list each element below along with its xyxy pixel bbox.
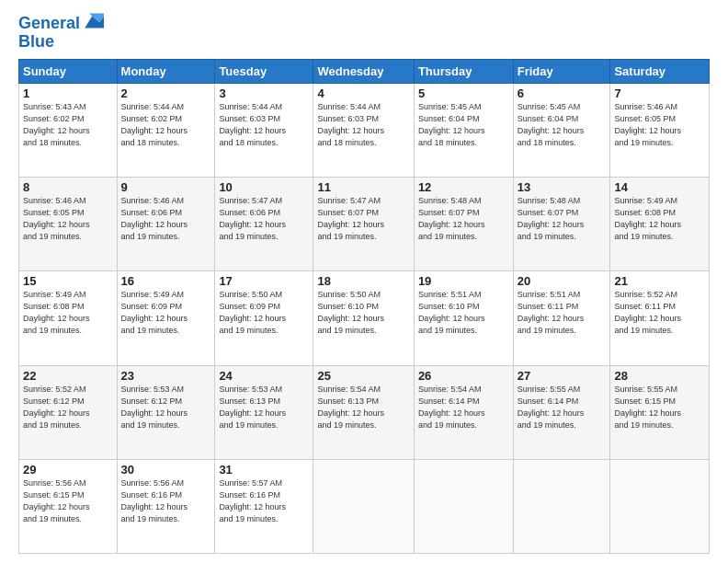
- calendar-header-row: SundayMondayTuesdayWednesdayThursdayFrid…: [19, 59, 710, 83]
- day-number: 6: [518, 86, 607, 100]
- calendar-cell: 6Sunrise: 5:45 AMSunset: 6:04 PMDaylight…: [513, 83, 610, 177]
- day-info: Sunrise: 5:52 AMSunset: 6:12 PMDaylight:…: [23, 385, 90, 430]
- calendar-cell: 2Sunrise: 5:44 AMSunset: 6:02 PMDaylight…: [117, 83, 215, 177]
- calendar-week-1: 1Sunrise: 5:43 AMSunset: 6:02 PMDaylight…: [19, 83, 710, 177]
- day-number: 31: [219, 463, 309, 477]
- day-info: Sunrise: 5:48 AMSunset: 6:07 PMDaylight:…: [418, 196, 485, 241]
- day-info: Sunrise: 5:51 AMSunset: 6:10 PMDaylight:…: [418, 290, 485, 335]
- day-info: Sunrise: 5:56 AMSunset: 6:15 PMDaylight:…: [23, 478, 90, 523]
- calendar-table: SundayMondayTuesdayWednesdayThursdayFrid…: [18, 59, 710, 554]
- day-number: 15: [23, 274, 113, 288]
- day-info: Sunrise: 5:43 AMSunset: 6:02 PMDaylight:…: [23, 102, 90, 147]
- logo-icon: [82, 13, 104, 31]
- calendar-week-5: 29Sunrise: 5:56 AMSunset: 6:15 PMDayligh…: [19, 459, 710, 553]
- day-number: 11: [317, 180, 409, 194]
- day-number: 23: [121, 369, 211, 383]
- day-number: 29: [23, 463, 113, 477]
- day-number: 4: [317, 86, 409, 100]
- day-info: Sunrise: 5:56 AMSunset: 6:16 PMDaylight:…: [121, 478, 188, 523]
- calendar-cell: 31Sunrise: 5:57 AMSunset: 6:16 PMDayligh…: [215, 459, 313, 553]
- weekday-header-tuesday: Tuesday: [215, 59, 313, 83]
- day-info: Sunrise: 5:46 AMSunset: 6:05 PMDaylight:…: [23, 196, 90, 241]
- day-info: Sunrise: 5:47 AMSunset: 6:06 PMDaylight:…: [219, 196, 286, 241]
- day-number: 25: [317, 369, 409, 383]
- day-number: 20: [518, 274, 607, 288]
- day-number: 5: [418, 86, 509, 100]
- day-number: 10: [219, 180, 309, 194]
- calendar-cell: 9Sunrise: 5:46 AMSunset: 6:06 PMDaylight…: [117, 178, 215, 271]
- day-info: Sunrise: 5:54 AMSunset: 6:13 PMDaylight:…: [317, 385, 384, 430]
- day-info: Sunrise: 5:44 AMSunset: 6:02 PMDaylight:…: [121, 102, 188, 147]
- calendar-cell: 5Sunrise: 5:45 AMSunset: 6:04 PMDaylight…: [414, 83, 513, 177]
- calendar-cell: 27Sunrise: 5:55 AMSunset: 6:14 PMDayligh…: [513, 365, 610, 459]
- calendar-cell: 14Sunrise: 5:49 AMSunset: 6:08 PMDayligh…: [610, 178, 710, 271]
- logo-blue-text: Blue: [18, 33, 104, 52]
- day-info: Sunrise: 5:48 AMSunset: 6:07 PMDaylight:…: [518, 196, 585, 241]
- day-number: 16: [121, 274, 211, 288]
- day-number: 7: [614, 86, 705, 100]
- calendar-cell: 19Sunrise: 5:51 AMSunset: 6:10 PMDayligh…: [414, 271, 513, 365]
- day-info: Sunrise: 5:45 AMSunset: 6:04 PMDaylight:…: [418, 102, 485, 147]
- day-number: 27: [518, 369, 607, 383]
- calendar-cell: 29Sunrise: 5:56 AMSunset: 6:15 PMDayligh…: [19, 459, 118, 553]
- day-info: Sunrise: 5:54 AMSunset: 6:14 PMDaylight:…: [418, 385, 485, 430]
- day-number: 8: [23, 180, 113, 194]
- weekday-header-saturday: Saturday: [610, 59, 710, 83]
- calendar-cell: 15Sunrise: 5:49 AMSunset: 6:08 PMDayligh…: [19, 271, 118, 365]
- day-number: 17: [219, 274, 309, 288]
- calendar-cell: [610, 459, 710, 553]
- calendar-cell: [513, 459, 610, 553]
- calendar-cell: 16Sunrise: 5:49 AMSunset: 6:09 PMDayligh…: [117, 271, 215, 365]
- day-number: 3: [219, 86, 309, 100]
- day-info: Sunrise: 5:57 AMSunset: 6:16 PMDaylight:…: [219, 478, 286, 523]
- weekday-header-thursday: Thursday: [414, 59, 513, 83]
- day-info: Sunrise: 5:46 AMSunset: 6:05 PMDaylight:…: [614, 102, 681, 147]
- day-number: 30: [121, 463, 211, 477]
- day-number: 24: [219, 369, 309, 383]
- calendar-cell: 21Sunrise: 5:52 AMSunset: 6:11 PMDayligh…: [610, 271, 710, 365]
- day-number: 9: [121, 180, 211, 194]
- calendar-cell: 20Sunrise: 5:51 AMSunset: 6:11 PMDayligh…: [513, 271, 610, 365]
- day-info: Sunrise: 5:55 AMSunset: 6:15 PMDaylight:…: [614, 385, 681, 430]
- header: General Blue: [18, 15, 710, 52]
- weekday-header-sunday: Sunday: [19, 59, 118, 83]
- calendar-week-3: 15Sunrise: 5:49 AMSunset: 6:08 PMDayligh…: [19, 271, 710, 365]
- day-info: Sunrise: 5:52 AMSunset: 6:11 PMDaylight:…: [614, 290, 681, 335]
- calendar-week-4: 22Sunrise: 5:52 AMSunset: 6:12 PMDayligh…: [19, 365, 710, 459]
- calendar-cell: 17Sunrise: 5:50 AMSunset: 6:09 PMDayligh…: [215, 271, 313, 365]
- calendar-cell: 11Sunrise: 5:47 AMSunset: 6:07 PMDayligh…: [313, 178, 414, 271]
- calendar-cell: [313, 459, 414, 553]
- calendar-cell: 24Sunrise: 5:53 AMSunset: 6:13 PMDayligh…: [215, 365, 313, 459]
- day-number: 1: [23, 86, 113, 100]
- logo-text: General: [18, 15, 80, 33]
- weekday-header-wednesday: Wednesday: [313, 59, 414, 83]
- day-number: 21: [614, 274, 705, 288]
- day-number: 19: [418, 274, 509, 288]
- day-info: Sunrise: 5:50 AMSunset: 6:10 PMDaylight:…: [317, 290, 384, 335]
- day-info: Sunrise: 5:55 AMSunset: 6:14 PMDaylight:…: [518, 385, 585, 430]
- calendar-cell: 18Sunrise: 5:50 AMSunset: 6:10 PMDayligh…: [313, 271, 414, 365]
- logo: General Blue: [18, 15, 104, 52]
- day-number: 18: [317, 274, 409, 288]
- calendar-cell: 10Sunrise: 5:47 AMSunset: 6:06 PMDayligh…: [215, 178, 313, 271]
- day-number: 2: [121, 86, 211, 100]
- calendar-cell: 30Sunrise: 5:56 AMSunset: 6:16 PMDayligh…: [117, 459, 215, 553]
- day-info: Sunrise: 5:47 AMSunset: 6:07 PMDaylight:…: [317, 196, 384, 241]
- day-info: Sunrise: 5:44 AMSunset: 6:03 PMDaylight:…: [219, 102, 286, 147]
- day-number: 22: [23, 369, 113, 383]
- page: General Blue SundayMondayTuesdayWednesda…: [0, 0, 728, 563]
- calendar-cell: 13Sunrise: 5:48 AMSunset: 6:07 PMDayligh…: [513, 178, 610, 271]
- calendar-cell: 4Sunrise: 5:44 AMSunset: 6:03 PMDaylight…: [313, 83, 414, 177]
- day-info: Sunrise: 5:53 AMSunset: 6:13 PMDaylight:…: [219, 385, 286, 430]
- calendar-cell: 25Sunrise: 5:54 AMSunset: 6:13 PMDayligh…: [313, 365, 414, 459]
- day-number: 26: [418, 369, 509, 383]
- weekday-header-monday: Monday: [117, 59, 215, 83]
- calendar-cell: 1Sunrise: 5:43 AMSunset: 6:02 PMDaylight…: [19, 83, 118, 177]
- day-info: Sunrise: 5:49 AMSunset: 6:08 PMDaylight:…: [23, 290, 90, 335]
- calendar-cell: 8Sunrise: 5:46 AMSunset: 6:05 PMDaylight…: [19, 178, 118, 271]
- calendar-cell: 3Sunrise: 5:44 AMSunset: 6:03 PMDaylight…: [215, 83, 313, 177]
- day-info: Sunrise: 5:51 AMSunset: 6:11 PMDaylight:…: [518, 290, 585, 335]
- calendar-cell: [414, 459, 513, 553]
- calendar-cell: 26Sunrise: 5:54 AMSunset: 6:14 PMDayligh…: [414, 365, 513, 459]
- calendar-cell: 7Sunrise: 5:46 AMSunset: 6:05 PMDaylight…: [610, 83, 710, 177]
